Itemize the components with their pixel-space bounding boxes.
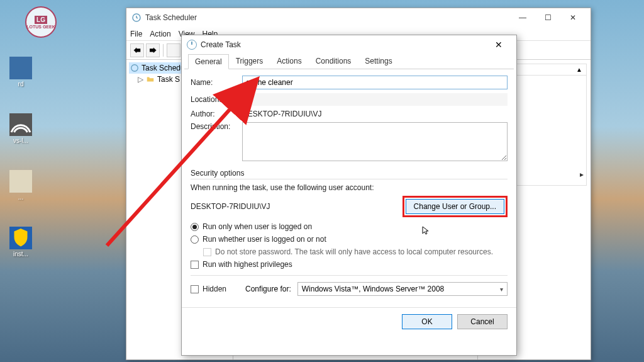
location-label: Location: [191,95,237,104]
desktop-icon-label: ... [18,194,23,201]
configure-for-combo[interactable]: Windows Vista™, Windows Server™ 2008 ▾ [297,282,508,296]
location-value: \ [242,93,508,106]
tab-actions[interactable]: Actions [270,54,308,69]
chevron-down-icon: ▾ [500,286,503,293]
checkbox-hidden[interactable]: Hidden [191,285,226,293]
desktop-icon[interactable]: vs-l... [5,113,36,144]
checkbox-no-store-password: Do not store password. The task will onl… [203,247,508,256]
radio-run-whether[interactable]: Run whether user is logged on or not [191,235,508,244]
svg-point-1 [131,65,138,72]
tab-general[interactable]: General [188,54,229,69]
radio-icon [191,235,199,244]
radio-label: Run whether user is logged on or not [203,235,326,244]
toolbar-button[interactable] [167,43,180,57]
menu-file[interactable]: File [130,30,142,38]
name-label: Name: [191,78,237,87]
change-user-group-button[interactable]: Change User or Group... [406,199,504,214]
checkbox-label: Hidden [203,285,226,293]
create-task-dialog: Create Task ✕ General Triggers Actions C… [181,35,517,356]
titlebar[interactable]: Task Scheduler — ☐ ✕ [126,8,591,27]
checkbox-icon [191,261,199,269]
author-label: Author: [191,110,237,118]
minimize-button[interactable]: — [510,11,535,25]
window-title: Task Scheduler [145,13,197,22]
close-button[interactable]: ✕ [486,38,511,52]
ok-button[interactable]: OK [402,314,452,329]
dialog-title: Create Task [201,40,241,49]
clock-icon [131,13,142,23]
description-input[interactable] [242,122,508,161]
tab-conditions[interactable]: Conditions [309,54,358,69]
back-button[interactable]: 🡄 [130,43,144,57]
tab-settings[interactable]: Settings [358,54,399,69]
security-when-running: When running the task, use the following… [191,183,508,192]
desktop-icon-label: vs-l... [13,137,28,144]
tab-bar: General Triggers Actions Conditions Sett… [184,54,514,69]
maximize-button[interactable]: ☐ [535,11,560,25]
desktop-icon[interactable]: ... [5,170,36,201]
menu-action[interactable]: Action [150,30,170,38]
annotation-highlight: Change User or Group... [402,196,508,217]
name-input[interactable] [242,76,508,89]
radio-label: Run only when user is logged on [203,222,312,231]
checkbox-label: Do not store password. The task will onl… [215,247,493,256]
description-label: Description: [191,122,237,131]
author-value: DESKTOP-7RIDUIU\VJ [242,110,508,118]
tab-triggers[interactable]: Triggers [229,54,270,69]
desktop-icon[interactable]: inst... [5,227,36,257]
cancel-button[interactable]: Cancel [457,314,508,329]
forward-button[interactable]: 🡆 [146,43,160,57]
tree-node-label: Task S [157,75,180,84]
folder-icon [146,75,155,84]
close-button[interactable]: ✕ [560,11,586,25]
dialog-titlebar[interactable]: Create Task ✕ [182,35,516,54]
watermark-logo: LG LOTUS GEEK [25,6,57,38]
cursor-icon [421,225,431,237]
clock-icon [187,40,197,50]
desktop-icon-label: rd [18,81,24,88]
security-account: DESKTOP-7RIDUIU\VJ [191,202,396,211]
configure-for-label: Configure for: [245,285,291,293]
radio-icon [191,223,199,231]
desktop-icon[interactable]: rd [5,57,36,88]
checkbox-icon [203,248,211,256]
checkbox-label: Run with highest privileges [203,260,292,269]
security-options-header: Security options [191,169,508,179]
desktop-icon-label: inst... [13,251,28,257]
checkbox-icon [191,285,199,293]
clock-icon [130,64,139,72]
collapse-icon[interactable]: ▲ [576,66,582,73]
combo-value: Windows Vista™, Windows Server™ 2008 [302,285,445,293]
checkbox-highest-privileges[interactable]: Run with highest privileges [191,260,508,269]
radio-run-logged-on[interactable]: Run only when user is logged on [191,222,508,231]
